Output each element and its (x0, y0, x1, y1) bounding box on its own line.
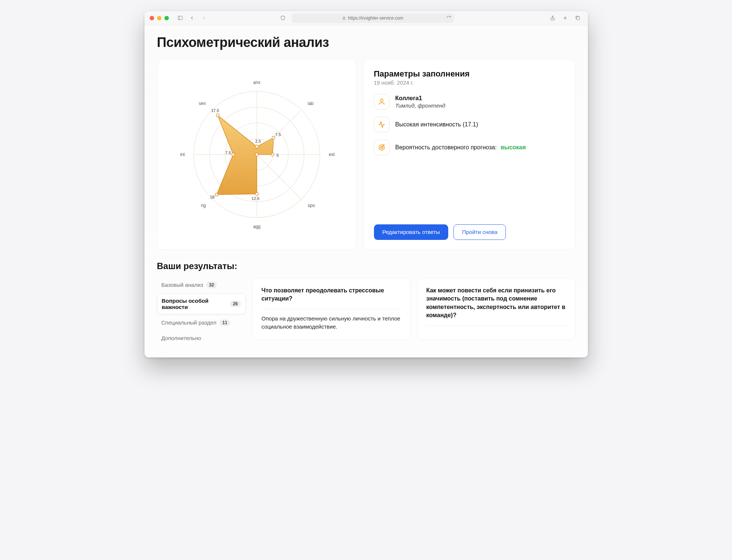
svg-text:ext: ext (328, 152, 335, 157)
address-bar-url: https://insighter-service.com (348, 16, 403, 21)
svg-text:lab: lab (307, 101, 313, 106)
svg-point-42 (380, 99, 383, 102)
svg-point-32 (216, 114, 219, 117)
probability-label: Вероятность достоверного прогноза: (395, 144, 497, 150)
svg-text:agg: agg (253, 224, 260, 229)
parameters-card: Параметры заполнения 19 нояб. 2024 г. Ко… (363, 59, 575, 250)
tab-label: Специальный раздел (161, 319, 217, 326)
tab-count: 26 (230, 301, 241, 307)
close-window-button[interactable] (150, 16, 154, 20)
share-icon[interactable] (548, 13, 558, 23)
minimize-window-button[interactable] (157, 16, 161, 20)
results-heading: Ваши результаты: (157, 261, 575, 271)
svg-rect-6 (576, 17, 579, 20)
svg-point-21 (272, 136, 275, 139)
person-name: Коллега1 (395, 95, 446, 102)
maximize-window-button[interactable] (164, 16, 169, 20)
tab-basic-analysis[interactable]: Базовый анализ 32 (157, 278, 246, 292)
lock-icon (342, 16, 346, 20)
svg-text:sen: sen (198, 101, 205, 106)
window-controls (150, 16, 169, 20)
edit-answers-button[interactable]: Редактировать ответы (374, 224, 449, 240)
svg-text:anx: anx (253, 80, 260, 85)
param-probability: Вероятность достоверного прогноза: высок… (374, 140, 565, 155)
tab-label: Вопросы особой важности (162, 298, 227, 310)
svg-rect-2 (343, 18, 345, 19)
page-title: Психометрический анализ (157, 35, 575, 50)
svg-point-23 (271, 153, 274, 156)
result-question: Как может повести себя если принизить ег… (426, 286, 566, 326)
tabs-overview-icon[interactable] (573, 13, 583, 23)
svg-text:7.5: 7.5 (225, 150, 231, 155)
results-tabs: Базовый анализ 32 Вопросы особой важност… (157, 278, 246, 346)
page-content: Психометрический анализ 2.57.5512.5187.5… (144, 25, 588, 357)
svg-rect-0 (178, 16, 182, 20)
svg-point-25 (255, 153, 258, 156)
address-bar[interactable]: https://insighter-service.com (292, 13, 454, 23)
tab-special-section[interactable]: Специальный раздел 11 (157, 316, 246, 330)
privacy-report-icon[interactable] (278, 13, 288, 23)
svg-point-19 (255, 145, 258, 148)
radar-chart-card: 2.57.5512.5187.517.5anxlabextspoaggrigin… (157, 59, 357, 250)
svg-text:18: 18 (210, 195, 214, 199)
svg-text:spo: spo (307, 203, 315, 208)
forward-button[interactable] (199, 13, 209, 23)
tab-label: Дополнительно (161, 335, 201, 341)
svg-text:7.5: 7.5 (275, 132, 280, 137)
parameters-heading: Параметры заполнения (374, 69, 565, 79)
param-intensity: Высокая интенсивность (17.1) (374, 117, 565, 132)
svg-text:5: 5 (276, 153, 279, 157)
svg-point-26 (255, 193, 258, 196)
svg-text:int: int (180, 152, 185, 157)
sidebar-toggle-icon[interactable] (176, 13, 185, 23)
svg-text:17.5: 17.5 (211, 108, 219, 113)
tab-count: 11 (219, 319, 230, 326)
back-button[interactable] (187, 13, 197, 23)
target-icon (374, 140, 389, 155)
result-card: Что позволяет преодолевать стрессовые си… (252, 278, 411, 340)
activity-icon (374, 117, 389, 132)
result-answer: Опора на дружественную сильную личность … (262, 315, 401, 331)
result-question: Что позволяет преодолевать стрессовые си… (262, 286, 401, 309)
svg-text:rig: rig (201, 203, 205, 208)
browser-window: https://insighter-service.com Психометри… (144, 11, 588, 357)
person-icon (374, 94, 389, 109)
probability-value: высокая (501, 144, 526, 150)
reload-icon[interactable] (446, 16, 451, 20)
tab-count: 32 (206, 282, 217, 288)
svg-point-30 (231, 153, 234, 156)
tab-label: Базовый анализ (161, 282, 203, 288)
svg-line-14 (257, 155, 302, 199)
parameters-date: 19 нояб. 2024 г. (374, 79, 565, 86)
param-person: Коллега1 Тимлид, фронтенд (374, 94, 565, 109)
retry-button[interactable]: Пройти снова (453, 224, 506, 240)
result-card: Как может повести себя если принизить ег… (417, 278, 575, 340)
intensity-text: Высокая интенсивность (17.1) (395, 121, 478, 128)
radar-chart: 2.57.5512.5187.517.5anxlabextspoaggrigin… (168, 69, 346, 240)
svg-text:12.5: 12.5 (251, 196, 259, 201)
tab-important-questions[interactable]: Вопросы особой важности 26 (157, 293, 246, 314)
titlebar: https://insighter-service.com (144, 11, 588, 25)
person-role: Тимлид, фронтенд (395, 102, 446, 109)
svg-text:2.5: 2.5 (255, 139, 261, 143)
svg-point-28 (215, 193, 218, 196)
new-tab-icon[interactable] (561, 13, 570, 23)
tab-additional[interactable]: Дополнительно (157, 331, 246, 345)
